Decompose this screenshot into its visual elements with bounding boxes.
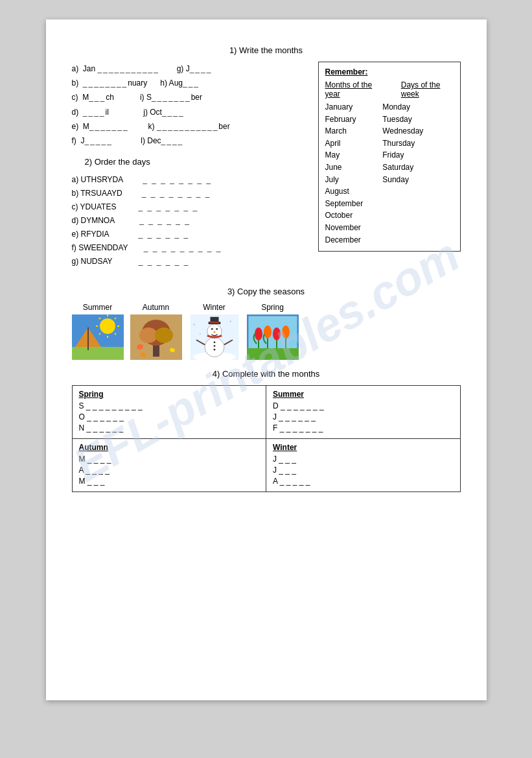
season-spring-label: Spring [261,303,284,312]
svg-point-17 [155,327,173,343]
list-item: S _ _ _ _ _ _ _ _ _ [79,401,260,410]
svg-point-45 [264,326,272,338]
exercise-3: 3) Copy the seasons Summer [72,287,461,360]
season-winter: Winter [189,303,240,360]
winter-header: Winter [273,443,454,452]
svg-text:*: * [229,319,231,325]
winter-icon: * * * [189,314,240,360]
remember-headers: Months of the year Days of the week [325,80,454,99]
svg-point-32 [213,345,215,347]
exercise-1-title: 1) Write the months [72,45,461,55]
list-item: D _ _ _ _ _ _ _ [273,401,454,410]
list-item: b) ________nuary h) Aug___ [72,76,312,90]
svg-line-6 [99,318,100,319]
list-item: f) SWEENDDAY_ _ _ _ _ _ _ _ _ [72,241,312,255]
list-item: Tuesday [382,113,423,126]
list-item: d) ____il j) Oct____ [72,105,312,119]
svg-rect-10 [72,347,124,360]
seasons-images: Summer [72,303,461,360]
list-item: M _ _ _ [79,477,260,486]
remember-data: January February March April May June Ju… [325,101,454,246]
days-order-list: a) UTHSRYDA_ _ _ _ _ _ _ _ b) TRSUAAYD_ … [72,173,312,268]
list-item: October [325,209,364,222]
list-item: f) J_____ l) Dec____ [72,134,312,148]
season-spring: Spring [247,303,299,360]
autumn-header: Autumn [79,443,260,452]
exercise-4-title: 4) Complete with the months [72,369,461,379]
list-item: J _ _ _ [273,466,454,475]
list-item: Saturday [382,161,423,174]
summer-cell: Summer D _ _ _ _ _ _ _ J _ _ _ _ _ _ F _… [266,386,461,439]
summer-icon [72,314,124,360]
list-item: c) M___ch i) S_______ber [72,90,312,104]
svg-point-31 [213,342,215,344]
list-item: Thursday [382,137,423,150]
remember-title: Remember: [325,67,454,77]
svg-line-8 [115,318,116,319]
svg-point-16 [139,327,157,343]
summer-header: Summer [273,390,454,399]
worksheet-page: EFL-printables.com 1) Write the months a… [46,19,487,700]
remember-box: Remember: Months of the year Days of the… [318,62,461,252]
season-autumn-label: Autumn [143,303,169,312]
exercise-2: 2) Order the days a) UTHSRYDA_ _ _ _ _ _… [72,157,312,268]
svg-point-33 [213,349,215,351]
spring-header: Spring [79,390,260,399]
season-summer: Summer [72,303,124,360]
list-item: a) UTHSRYDA_ _ _ _ _ _ _ _ [72,173,312,187]
autumn-cell: Autumn M _ _ _ _ A _ _ _ _ M _ _ _ [72,439,266,492]
svg-rect-27 [210,322,218,323]
seasons-table: Spring S _ _ _ _ _ _ _ _ _ O _ _ _ _ _ _… [72,385,461,492]
season-autumn: Autumn [130,303,182,360]
days-list: Monday Tuesday Wednesday Thursday Friday… [382,101,423,246]
list-item: February [325,113,364,126]
list-item: April [325,137,364,150]
list-item: M _ _ _ _ [79,455,260,464]
list-item: N _ _ _ _ _ _ [79,423,260,432]
list-item: Wednesday [382,125,423,137]
exercise-4: 4) Complete with the months Spring S _ _… [72,369,461,492]
remember-box-container: Remember: Months of the year Days of the… [318,62,461,278]
spring-cell: Spring S _ _ _ _ _ _ _ _ _ O _ _ _ _ _ _… [72,386,266,439]
list-item: Monday [382,101,423,113]
list-item: May [325,149,364,161]
winter-cell: Winter J _ _ _ J _ _ _ A _ _ _ _ _ [266,439,461,492]
svg-point-23 [205,338,224,357]
season-summer-label: Summer [83,303,112,312]
list-item: January [325,101,364,113]
list-item: Sunday [382,174,423,186]
exercise-1-left: a) Jan ___________ g) J____ b) ________n… [72,62,312,278]
list-item: November [325,222,364,234]
spring-icon [247,314,299,360]
svg-point-47 [273,327,281,340]
exercise-3-title: 3) Copy the seasons [72,287,461,296]
exercise-1: 1) Write the months a) Jan ___________ g… [72,45,461,278]
svg-point-1 [100,318,115,334]
list-item: August [325,185,364,198]
svg-line-9 [99,333,100,335]
exercise-2-title: 2) Order the days [85,157,312,167]
svg-point-29 [216,328,218,330]
list-item: J _ _ _ [273,455,454,464]
list-item: A _ _ _ _ [79,466,260,475]
list-item: March [325,125,364,137]
list-item: e) RFYDIA_ _ _ _ _ _ [72,228,312,241]
list-item: A _ _ _ _ _ [273,477,454,486]
list-item: c) YDUATES_ _ _ _ _ _ _ [72,200,312,214]
list-item: d) DYMNOA_ _ _ _ _ _ [72,214,312,228]
season-winter-label: Winter [203,303,226,312]
svg-point-49 [282,326,290,338]
list-item: O _ _ _ _ _ _ [79,412,260,421]
svg-rect-41 [247,348,299,360]
days-header: Days of the week [401,80,454,99]
list-item: September [325,198,364,210]
svg-point-43 [255,327,262,340]
list-item: a) Jan ___________ g) J____ [72,62,312,76]
svg-point-28 [211,328,213,330]
list-item: July [325,174,364,186]
months-header: Months of the year [325,80,382,99]
list-item: F _ _ _ _ _ _ _ [273,423,454,432]
autumn-icon [130,314,182,360]
months-list: January February March April May June Ju… [325,101,364,246]
list-item: g) NUDSAY_ _ _ _ _ _ [72,255,312,268]
